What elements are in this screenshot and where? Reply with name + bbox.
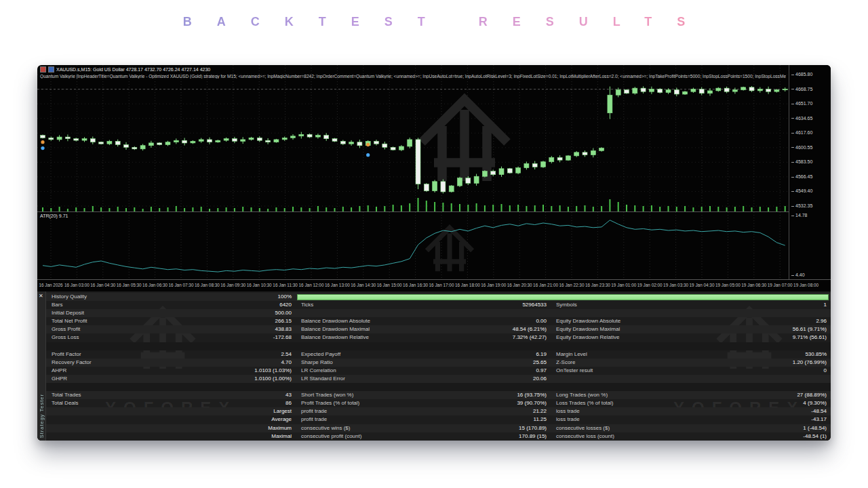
stat-value: 25.65	[503, 359, 551, 367]
stat-value: 27 (88.89%)	[765, 391, 831, 399]
atr-indicator-pane[interactable]: ATR(20) 9.71	[37, 211, 789, 279]
stat-label: Balance Drawdown Maximal	[296, 325, 503, 333]
stat-label	[46, 407, 247, 415]
atr-tick-label: 14.78	[791, 213, 808, 218]
stat-value: 266.15	[247, 317, 296, 325]
time-tick-label: 19 Jan 03:30	[663, 283, 688, 287]
price-chart-pane[interactable]: XAUUSD.s,M15: Gold US Dollar 4728.17 473…	[37, 65, 789, 211]
stat-label: AHPR	[46, 367, 247, 375]
time-tick-label: 16 Jan 22:30	[559, 283, 585, 287]
time-tick-label: 16 Jan 07:30	[169, 283, 194, 287]
time-tick-label: 16 Jan 2026	[39, 283, 62, 287]
time-tick-label: 19 Jan 02:00	[637, 283, 663, 287]
time-tick-label: 16 Jan 03:00	[64, 283, 90, 287]
stat-label: Profit Factor	[46, 350, 247, 359]
stat-label: Short Trades (won %)	[296, 391, 503, 399]
stat-value: -43.17	[765, 415, 831, 424]
time-tick-label: 19 Jan 06:30	[741, 283, 766, 287]
backtest-stats-panel: ✕ Strategy Tester History Quality100%Bar…	[37, 291, 831, 441]
table-row: Maximalconsecutive profit (count)170.89 …	[46, 432, 831, 441]
atr-tick-label: 4.40	[791, 272, 805, 277]
stat-value: 15 (170.89)	[503, 424, 551, 432]
mt5-backtest-window: XAUUSD.s,M15: Gold US Dollar 4728.17 473…	[37, 65, 831, 441]
stat-value: 48.54 (6.21%)	[503, 325, 551, 333]
table-row: History Quality100%	[46, 293, 831, 301]
price-tick-label: 4634.65	[791, 116, 812, 121]
stat-value: 1 (-48.54)	[765, 424, 831, 432]
stat-value: 0.97	[503, 367, 551, 375]
stat-value: 530.85%	[765, 350, 831, 359]
close-icon[interactable]: ✕	[39, 293, 43, 299]
stat-value: 56.61 (9.71%)	[765, 325, 831, 333]
time-tick-label: 16 Jan 10:30	[247, 283, 272, 287]
table-row: Recovery Factor4.70Sharpe Ratio25.65Z-Sc…	[46, 359, 831, 367]
stat-value: Average	[247, 415, 296, 424]
stat-value: 16 (93.75%)	[503, 391, 551, 399]
time-axis[interactable]: 16 Jan 202616 Jan 03:0016 Jan 04:3016 Ja…	[37, 279, 831, 291]
price-tick-label: 4617.60	[791, 130, 812, 135]
stat-label	[551, 309, 765, 317]
atr-indicator-label: ATR(20) 9.71	[40, 214, 68, 218]
stat-label: Loss Trades (% of total)	[551, 399, 765, 407]
time-tick-label: 16 Jan 17:00	[429, 283, 454, 287]
price-tick-label: 4566.45	[791, 174, 812, 179]
stat-value: 86	[247, 399, 296, 407]
price-tick-label: 4532.35	[791, 203, 812, 208]
stat-value: 43	[247, 391, 296, 399]
strategy-tester-tab[interactable]: ✕ Strategy Tester	[37, 291, 46, 441]
chart-title-text: XAUUSD.s,M15: Gold US Dollar 4728.17 473…	[56, 67, 210, 72]
stat-value: 438.83	[247, 325, 296, 333]
stat-label: Symbols	[551, 301, 765, 309]
price-tick-label: 4583.50	[791, 159, 812, 164]
stat-label: LR Correlation	[296, 367, 503, 375]
price-axis[interactable]: 4685.804668.754651.704634.654617.604600.…	[789, 65, 831, 291]
stat-label: consecutive wins ($)	[296, 424, 503, 432]
stat-label	[296, 309, 503, 317]
stat-value: 52964533	[503, 301, 551, 309]
stat-label: Balance Drawdown Relative	[296, 333, 503, 342]
ea-params-text: Quantum Valkyrie [InpHeaderTitle=Quantum…	[40, 74, 786, 79]
stat-label: Equity Drawdown Maximal	[551, 325, 765, 333]
stat-value: 1	[765, 301, 831, 309]
time-tick-label: 16 Jan 09:30	[220, 283, 245, 287]
stat-value: 21.22	[503, 407, 551, 415]
chart-window-icon-blue[interactable]	[48, 66, 54, 73]
time-tick-label: 19 Jan 07:00	[768, 283, 793, 287]
table-row: Gross Loss-172.68Balance Drawdown Relati…	[46, 333, 831, 342]
stat-label: Margin Level	[551, 350, 765, 359]
stat-value: -48.54	[765, 407, 831, 415]
time-tick-label: 19 Jan 04:30	[690, 283, 715, 287]
history-quality-bar	[297, 294, 829, 300]
stat-value: 39 (90.70%)	[503, 399, 551, 407]
stat-label: Total Net Profit	[46, 317, 247, 325]
stat-value: 9.71% (56.61)	[765, 333, 831, 342]
table-row: Total Net Profit266.15Balance Drawdown A…	[46, 317, 831, 325]
stat-value: 6.19	[503, 350, 551, 359]
stat-value	[503, 309, 551, 317]
price-tick-label: 4651.70	[791, 101, 812, 106]
price-tick-label: 4685.80	[791, 72, 812, 77]
time-tick-label: 19 Jan 05:00	[715, 283, 741, 287]
stat-label: Gross Profit	[46, 325, 247, 333]
stat-label: loss trade	[551, 415, 765, 424]
time-tick-label: 16 Jan 16:30	[403, 283, 428, 287]
page-title: BACKTEST RESULTS	[0, 15, 868, 29]
time-tick-label: 16 Jan 04:30	[90, 283, 115, 287]
time-tick-label: 16 Jan 20:30	[507, 283, 532, 287]
stat-label: OnTester result	[551, 367, 765, 375]
stat-label: loss trade	[551, 407, 765, 415]
table-row: Maximumconsecutive wins ($)15 (170.89)co…	[46, 424, 831, 432]
stat-label: Initial Deposit	[46, 309, 247, 317]
price-tick-label: 4668.75	[791, 87, 812, 92]
stat-label	[551, 375, 765, 383]
candlestick-chart[interactable]	[37, 65, 789, 211]
stat-value: 0.00	[503, 317, 551, 325]
stat-label	[46, 424, 247, 432]
stat-label: Gross Loss	[46, 333, 247, 342]
stat-label: Sharpe Ratio	[296, 359, 503, 367]
stat-label: consecutive loss (count)	[551, 432, 765, 441]
table-row: Largestprofit trade21.22loss trade-48.54	[46, 407, 831, 415]
chart-window-icon-red[interactable]	[40, 66, 46, 73]
stat-value: Maximum	[247, 424, 296, 432]
time-tick-label: 16 Jan 23:30	[585, 283, 610, 287]
